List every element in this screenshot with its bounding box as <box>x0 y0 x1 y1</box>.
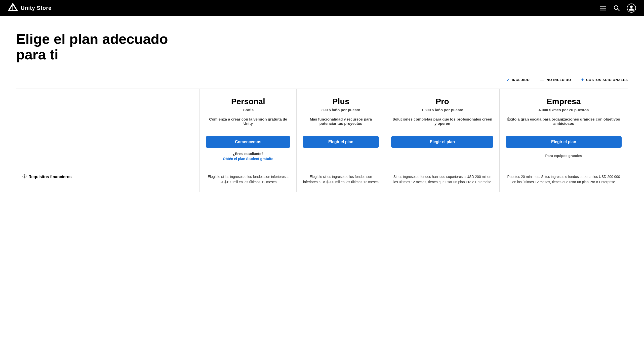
plan-desc-empresa: Éxito a gran escala para organizaciones … <box>506 117 622 130</box>
cell-financial-pro: Si tus ingresos o fondos han sido superi… <box>385 167 500 192</box>
search-icon[interactable] <box>613 5 620 11</box>
plan-price-empresa: 4.000 $ /mes por 20 puestos <box>506 108 622 112</box>
plan-header-personal: Personal Gratis Comienza a crear con la … <box>200 89 297 167</box>
site-title-unity: Unity <box>21 5 35 11</box>
page-title: Elige el plan adecuado para ti <box>16 31 192 62</box>
plus-icon: + <box>581 77 584 83</box>
plan-name-plus: Plus <box>303 97 379 106</box>
student-text: ¿Eres estudiante? <box>206 152 290 156</box>
site-title: Unity Store <box>21 5 52 11</box>
pricing-table: Personal Gratis Comienza a crear con la … <box>16 89 628 192</box>
plan-header-pro: Pro 1.800 $ /año por puesto Soluciones c… <box>385 89 500 167</box>
plan-btn-plus[interactable]: Elegir el plan <box>303 136 379 148</box>
large-teams-text: Para equipos grandes <box>506 154 622 158</box>
plan-name-pro: Pro <box>391 97 493 106</box>
plan-desc-plus: Más funcionalidad y recursos para potenc… <box>303 117 379 130</box>
plan-btn-pro[interactable]: Elegir el plan <box>391 136 493 148</box>
plan-btn-personal[interactable]: Comencemos <box>206 136 290 148</box>
svg-rect-3 <box>600 6 606 7</box>
navbar: Unity Store <box>0 0 644 16</box>
cell-financial-empresa: Puestos 20 mínimos. Si tus ingresos o fo… <box>500 167 628 192</box>
cell-text-financial-personal: Elegible si los ingresos o los fondos so… <box>206 174 290 185</box>
table-row-financial-requirements: ⓘ Requisitos financieros Elegible si los… <box>16 167 628 192</box>
plan-header-plus: Plus 399 $ /año por puesto Más funcional… <box>297 89 385 167</box>
dash-icon: — <box>540 77 545 83</box>
menu-icon[interactable] <box>600 5 606 11</box>
section-label-cell-financial: ⓘ Requisitos financieros <box>16 167 200 192</box>
plan-desc-personal: Comienza a crear con la versión gratuita… <box>206 117 290 130</box>
plan-name-personal: Personal <box>206 97 290 106</box>
cell-financial-plus: Elegible si los ingresos o los fondos so… <box>297 167 385 192</box>
info-icon: ⓘ <box>22 174 26 179</box>
plan-price-personal: Gratis <box>206 108 290 112</box>
cell-financial-personal: Elegible si los ingresos o los fondos so… <box>200 167 297 192</box>
plan-header-empresa: Empresa 4.000 $ /mes por 20 puestos Éxit… <box>500 89 628 167</box>
plan-header-row: Personal Gratis Comienza a crear con la … <box>16 89 628 167</box>
navbar-left: Unity Store <box>8 3 52 13</box>
section-label-financial: ⓘ Requisitos financieros <box>22 174 193 179</box>
check-icon: ✓ <box>506 78 510 82</box>
avatar[interactable] <box>627 4 636 13</box>
plan-price-plus: 399 $ /año por puesto <box>303 108 379 112</box>
svg-rect-5 <box>600 10 606 11</box>
cell-text-financial-plus: Elegible si los ingresos o los fondos so… <box>303 174 379 185</box>
plan-desc-pro: Soluciones completas para que los profes… <box>391 117 493 130</box>
section-label-text-financial: Requisitos financieros <box>28 175 72 179</box>
legend-additional: + COSTOS ADICIONALES <box>581 77 628 83</box>
empty-header-cell <box>16 89 200 167</box>
navbar-right <box>600 4 636 13</box>
student-link[interactable]: Obtén el plan Student gratuito <box>206 157 290 161</box>
legend: ✓ INCLUIDO — NO INCLUIDO + COSTOS ADICIO… <box>16 77 628 83</box>
svg-rect-4 <box>600 8 606 9</box>
legend-not-included-label: NO INCLUIDO <box>547 78 571 82</box>
unity-logo-icon[interactable] <box>8 3 18 13</box>
legend-included-label: INCLUIDO <box>512 78 530 82</box>
plan-name-empresa: Empresa <box>506 97 622 106</box>
svg-point-8 <box>630 6 633 8</box>
plan-btn-empresa[interactable]: Elegir el plan <box>506 136 622 148</box>
svg-line-7 <box>618 9 619 11</box>
legend-not-included: — NO INCLUIDO <box>540 77 571 83</box>
legend-additional-label: COSTOS ADICIONALES <box>586 78 628 82</box>
main-content: Elige el plan adecuado para ti ✓ INCLUID… <box>0 16 644 212</box>
cell-text-financial-empresa: Puestos 20 mínimos. Si tus ingresos o fo… <box>506 174 622 185</box>
cell-text-financial-pro: Si tus ingresos o fondos han sido superi… <box>391 174 493 185</box>
site-title-store: Store <box>35 5 52 11</box>
legend-included: ✓ INCLUIDO <box>506 78 530 82</box>
plan-price-pro: 1.800 $ /año por puesto <box>391 108 493 112</box>
